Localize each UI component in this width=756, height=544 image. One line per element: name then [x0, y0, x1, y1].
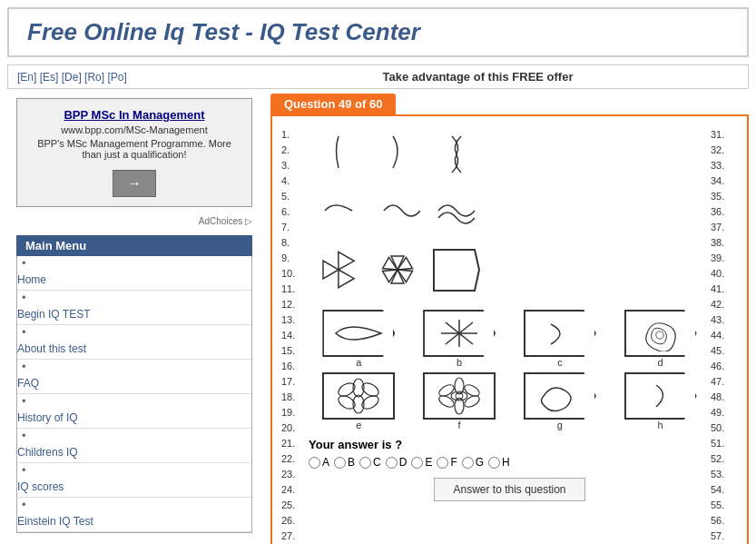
choice-a: a [322, 310, 395, 368]
choice-b: b [423, 310, 496, 368]
arrow-icon: → [127, 175, 142, 192]
ad-choices[interactable]: AdChoices ▷ [16, 216, 252, 226]
radio-d[interactable]: D [386, 456, 407, 469]
radio-g[interactable]: G [462, 456, 484, 469]
language-links[interactable]: [En] [Es] [De] [Ro] [Po] [17, 71, 217, 84]
choice-g: g [524, 372, 596, 430]
choices-row-1: a b [309, 310, 711, 368]
answer-button[interactable]: Answer to this question [434, 478, 584, 501]
radio-input-c[interactable] [359, 457, 371, 469]
grid-cell-r2c3 [427, 184, 486, 243]
main-menu: Main Menu Home Begin IQ TEST About this … [16, 235, 252, 533]
lang-es[interactable]: [Es] [40, 71, 59, 84]
lang-en[interactable]: [En] [17, 71, 36, 84]
question-inner: 1. 2. 3. 4. 5. 6. 7. 8. 9. 10. 11. 12. 1… [281, 125, 738, 544]
radio-input-a[interactable] [309, 457, 320, 469]
radio-c[interactable]: C [359, 456, 381, 469]
question-box: 1. 2. 3. 4. 5. 6. 7. 8. 9. 10. 11. 12. 1… [270, 114, 749, 544]
navbar: [En] [Es] [De] [Ro] [Po] Take advantage … [7, 64, 749, 89]
radio-a[interactable]: A [309, 456, 329, 469]
advertisement: BPP MSc In Management www.bpp.com/MSc-Ma… [16, 98, 252, 207]
choice-d-box [624, 310, 697, 357]
choice-g-box [524, 372, 596, 420]
answer-section: Your answer is ? A B C D E F G H [309, 438, 711, 501]
choice-b-box [423, 310, 496, 357]
choice-d: d [624, 310, 697, 368]
grid-cell-r3c1 [309, 243, 368, 302]
left-numbers: 1. 2. 3. 4. 5. 6. 7. 8. 9. 10. 11. 12. 1… [281, 125, 309, 544]
menu-item-childrens[interactable]: Childrens IQ [17, 442, 251, 462]
choice-e-box [322, 372, 395, 420]
site-header: Free Online Iq Test - IQ Test Center [7, 7, 749, 57]
choice-e: e [322, 372, 395, 430]
menu-item-faq[interactable]: FAQ [17, 373, 251, 393]
list-item: FAQ [17, 360, 251, 394]
sidebar: BPP MSc In Management www.bpp.com/MSc-Ma… [7, 89, 261, 544]
ad-url: www.bpp.com/MSc-Management [26, 124, 242, 135]
right-numbers: 31. 32. 33. 34. 35. 36. 37. 38. 39. 40. … [711, 125, 738, 544]
ad-button[interactable]: → [113, 170, 156, 197]
radio-input-h[interactable] [488, 457, 500, 469]
lang-po[interactable]: [Po] [107, 71, 126, 84]
radio-input-d[interactable] [386, 457, 398, 469]
question-header: Question 49 of 60 [270, 94, 396, 114]
radio-input-g[interactable] [462, 457, 474, 469]
menu-item-home[interactable]: Home [17, 270, 251, 290]
list-item: Home [17, 256, 251, 291]
svg-point-18 [456, 392, 463, 400]
choice-f-box [423, 372, 496, 420]
question-grid [309, 125, 486, 302]
grid-cell-r3c3 [427, 243, 486, 302]
radio-row: A B C D E F G H [309, 456, 711, 469]
grid-cell-r1c1 [309, 125, 368, 184]
lang-de[interactable]: [De] [62, 71, 82, 84]
menu-item-history[interactable]: History of IQ [17, 408, 251, 428]
choice-f: f [423, 372, 496, 430]
ad-title: BPP MSc In Management [26, 108, 242, 122]
choice-h-box [624, 372, 697, 420]
menu-item-begin[interactable]: Begin IQ TEST [17, 304, 251, 324]
menu-item-about[interactable]: About this test [17, 339, 251, 359]
site-title: Free Online Iq Test - IQ Test Center [27, 18, 729, 46]
answer-button-row: Answer to this question [309, 478, 711, 501]
grid-cell-r1c3 [427, 125, 486, 184]
list-item: About this test [17, 325, 251, 360]
menu-header: Main Menu [16, 235, 252, 256]
menu-item-einstein[interactable]: Einstein IQ Test [17, 511, 251, 531]
main-layout: BPP MSc In Management www.bpp.com/MSc-Ma… [7, 89, 749, 544]
menu-item-iqscores[interactable]: IQ scores [17, 477, 251, 497]
list-item: Begin IQ TEST [17, 291, 251, 325]
radio-b[interactable]: B [334, 456, 355, 469]
choice-c-box [524, 310, 596, 357]
radio-f[interactable]: F [437, 456, 457, 469]
center-area: a b [309, 125, 711, 544]
choice-a-box [322, 310, 395, 357]
grid-cell-r1c2 [368, 125, 427, 184]
grid-cell-r2c2 [368, 184, 427, 243]
radio-e[interactable]: E [411, 456, 432, 469]
radio-input-e[interactable] [411, 457, 423, 469]
choices-row-2: e [309, 372, 711, 430]
answer-label: Your answer is ? [309, 438, 711, 451]
choice-c: c [524, 310, 596, 368]
lang-ro[interactable]: [Ro] [84, 71, 104, 84]
list-item: Childrens IQ [17, 429, 251, 463]
radio-input-b[interactable] [334, 457, 346, 469]
grid-cell-r2c1 [309, 184, 368, 243]
radio-h[interactable]: H [488, 456, 510, 469]
content-area: Question 49 of 60 1. 2. 3. 4. 5. 6. 7. 8… [261, 89, 749, 544]
menu-list: Home Begin IQ TEST About this test FAQ H… [16, 256, 252, 533]
radio-input-f[interactable] [437, 457, 448, 469]
list-item: History of IQ [17, 394, 251, 429]
choice-h: h [624, 372, 697, 430]
ad-description: BPP's MSc Management Programme. More tha… [26, 138, 242, 160]
list-item: IQ scores [17, 463, 251, 498]
offer-text: Take advantage of this FREE offer [217, 70, 739, 84]
svg-marker-0 [434, 250, 479, 291]
list-item: Einstein IQ Test [17, 498, 251, 532]
grid-cell-r3c2 [368, 243, 427, 302]
